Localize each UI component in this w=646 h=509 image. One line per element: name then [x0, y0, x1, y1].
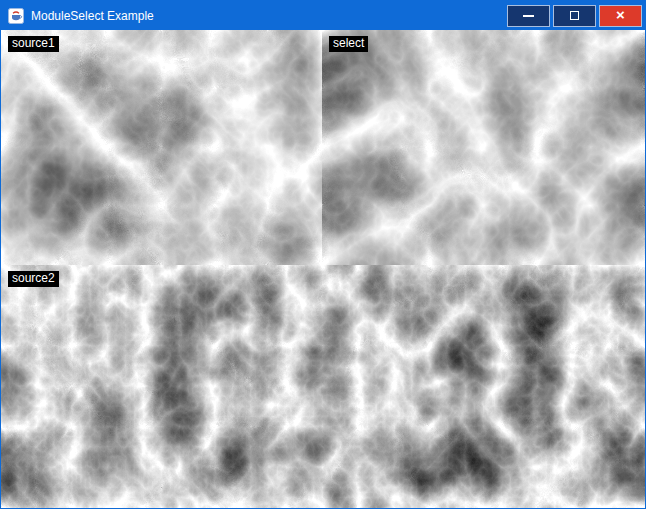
panel-label-source2: source2 — [8, 271, 59, 287]
java-coffee-cup-icon — [8, 8, 24, 24]
client-area: source1 — [1, 30, 645, 508]
panel-source2: source2 — [1, 265, 645, 508]
window-controls: × — [507, 5, 642, 27]
panel-source1: source1 — [1, 30, 322, 265]
panel-label-source1: source1 — [8, 36, 59, 52]
minimize-icon — [523, 15, 534, 17]
minimize-button[interactable] — [507, 5, 550, 27]
titlebar[interactable]: ModuleSelect Example × — [1, 1, 645, 30]
app-window: ModuleSelect Example × — [0, 0, 646, 509]
panel-select: select — [322, 30, 645, 265]
java-app-icon — [8, 8, 24, 24]
panel-label-select: select — [329, 36, 368, 52]
close-icon: × — [616, 7, 625, 22]
select-noise-image — [322, 30, 645, 265]
window-title: ModuleSelect Example — [31, 9, 154, 23]
maximize-button[interactable] — [553, 5, 596, 27]
maximize-icon — [570, 11, 579, 20]
close-button[interactable]: × — [599, 5, 642, 27]
source1-noise-image — [1, 30, 322, 265]
source2-noise-image — [1, 265, 645, 508]
